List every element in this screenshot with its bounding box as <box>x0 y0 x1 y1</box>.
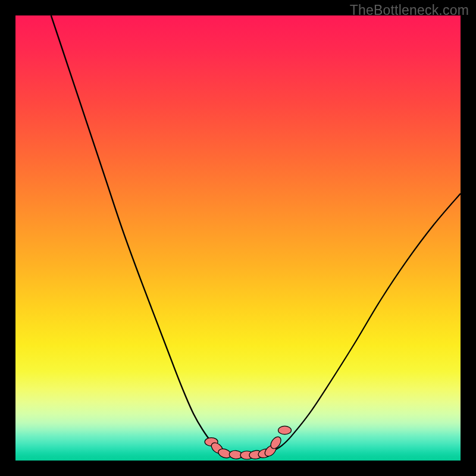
watermark-text: TheBottleneck.com <box>350 2 469 18</box>
marker-bead <box>278 426 292 434</box>
outer-frame: TheBottleneck.com <box>0 0 476 476</box>
highlighted-markers <box>205 426 291 459</box>
marker-layer <box>15 15 461 461</box>
plot-area <box>15 15 461 461</box>
